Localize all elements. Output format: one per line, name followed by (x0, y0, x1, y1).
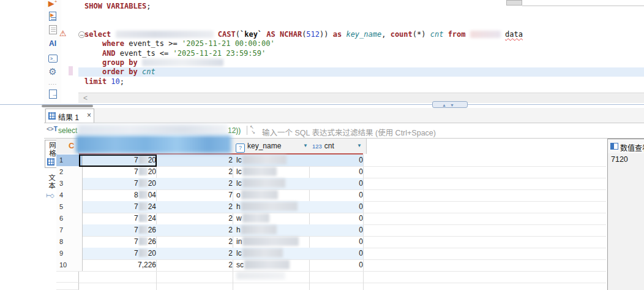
grid-view-icon (47, 158, 54, 166)
cell-key-name[interactable]: w (233, 213, 313, 224)
filter-separator (247, 126, 247, 135)
warning-icon[interactable]: ⚠ (59, 29, 67, 38)
cell-redacted-count[interactable]: 2 (156, 178, 238, 189)
code-line[interactable]: AND event_ts <= '2025-11-21 23:59:59' (84, 49, 644, 58)
code-line[interactable] (84, 21, 644, 30)
redacted-digits (139, 167, 148, 175)
cell-key-name[interactable]: lc (233, 155, 313, 166)
code-line[interactable]: group by (84, 58, 644, 67)
value-viewer-panel[interactable]: 数值查看 7120 (608, 139, 644, 290)
collapse-up-icon[interactable]: ▲ (442, 103, 450, 107)
cell-redacted-count[interactable]: 2 (156, 224, 238, 236)
redacted-header-peek: C (69, 141, 74, 150)
close-icon[interactable]: × (87, 111, 91, 120)
scroll-left-icon[interactable]: < (83, 94, 88, 102)
cell-key-name[interactable]: lc (233, 178, 313, 189)
cell-cnt[interactable]: 0 (309, 224, 367, 236)
header-label: cnt (324, 142, 334, 150)
redacted-digits (139, 191, 148, 199)
code-line[interactable]: select CAST(`key` AS NCHAR(512)) as key_… (84, 30, 644, 39)
scrollbar-thumb[interactable] (42, 105, 93, 107)
cell-redacted-count[interactable]: 2 (156, 236, 238, 248)
cell-redacted-number[interactable]: 720 (79, 248, 161, 259)
cell-cnt[interactable]: 0 (309, 166, 367, 178)
table-row[interactable]: 107,2262sc0 (56, 259, 606, 272)
table-row[interactable]: 27202lc0 (56, 166, 606, 178)
cell-cnt[interactable]: 0 (309, 213, 367, 224)
column-dropdown-icon[interactable]: ▼ (357, 139, 362, 153)
cell-redacted-count[interactable]: 2 (156, 155, 238, 166)
redacted-key-text (242, 237, 299, 246)
table-row[interactable]: 67242w0 (56, 213, 606, 225)
table-row[interactable]: 87262in0 (56, 236, 606, 248)
cell-redacted-count[interactable]: 2 (156, 213, 238, 224)
code-line[interactable]: SHOW VARIABLES; (84, 2, 644, 11)
sash-collapse-buttons[interactable]: ▲▼ (432, 101, 468, 108)
number-type-icon: 123 (312, 143, 322, 150)
cell-cnt[interactable]: 0 (309, 259, 367, 271)
cell-redacted-number[interactable]: 720 (79, 178, 161, 189)
cell-key-name[interactable]: h (233, 224, 313, 236)
cell-key-name[interactable]: h (233, 201, 313, 213)
cell-key-name[interactable]: lc (233, 248, 313, 259)
redacted-key-text (241, 190, 278, 199)
editor-top-border (522, 6, 644, 6)
cell-redacted-number[interactable]: 7,226 (79, 259, 161, 271)
redacted-digits (139, 249, 148, 257)
cell-key-name[interactable]: in (233, 236, 313, 248)
cell-redacted-number[interactable]: 720 (79, 166, 161, 178)
cell-cnt[interactable]: 0 (309, 248, 367, 259)
code-line[interactable]: order by cnt (78, 67, 644, 77)
editor-horizontal-scrollbar[interactable]: < (78, 93, 644, 103)
table-row[interactable]: 48047o0 (56, 189, 606, 202)
redacted-filter-text (78, 124, 228, 135)
fold-collapse-icon[interactable]: – (78, 31, 85, 38)
redacted-key-text (242, 213, 269, 223)
scrollbar-corner (506, 0, 522, 6)
sql-editor[interactable]: ⚠ SHOW VARIABLES;select CAST(`key` AS NC… (0, 0, 644, 104)
cell-value-text[interactable]: 7120 (611, 155, 628, 164)
code-line[interactable]: limit 10; (84, 77, 644, 86)
cell-key-name[interactable]: lc (233, 166, 313, 178)
cell-redacted-count[interactable]: 7 (156, 189, 238, 201)
cell-key-name[interactable]: o (233, 189, 313, 201)
code-line[interactable]: where event_ts >= '2025-11-21 00:00:00' (84, 39, 644, 48)
table-row[interactable]: 57242h0 (56, 201, 606, 213)
table-row[interactable]: 97202lc0 (56, 248, 606, 260)
cell-key-name[interactable]: sc (233, 259, 313, 271)
panel-divider[interactable] (0, 104, 644, 105)
tab-grid-view[interactable]: 网格 (45, 140, 57, 168)
column-dropdown-icon[interactable]: ▼ (303, 139, 308, 153)
cell-cnt[interactable]: 0 (309, 236, 367, 248)
column-header-key-name[interactable]: ?key_name ▼ (233, 139, 313, 154)
code-line[interactable] (84, 11, 644, 20)
expand-filter-icon[interactable]: ↖ ↘ (250, 125, 258, 135)
table-row[interactable]: 77262h0 (56, 224, 606, 237)
redacted-digits (139, 179, 148, 187)
grid-tab-icon (48, 112, 56, 120)
cell-cnt[interactable]: 0 (309, 178, 367, 189)
cell-redacted-number[interactable]: 726 (79, 236, 161, 248)
cell-redacted-count[interactable]: 2 (156, 259, 238, 271)
cell-redacted-number[interactable]: 724 (79, 201, 161, 213)
cell-redacted-number[interactable]: 726 (79, 224, 161, 236)
tab-results-1[interactable]: 结果 1 × (45, 109, 94, 123)
cell-redacted-number[interactable]: 724 (79, 213, 161, 224)
cell-redacted-count[interactable]: 2 (156, 166, 238, 178)
redacted-key-text (241, 202, 298, 211)
empty-row-gutter (56, 271, 79, 283)
cell-redacted-count[interactable]: 2 (156, 248, 238, 259)
collapse-down-icon[interactable]: ▼ (450, 103, 458, 107)
filter-icon: <>T (47, 126, 58, 135)
tab-text-view[interactable]: 文本 ⊢◇ (45, 173, 57, 211)
cell-cnt[interactable]: 0 (309, 201, 367, 213)
redacted-key-text (242, 178, 285, 188)
cell-cnt[interactable]: 0 (309, 189, 367, 201)
cell-redacted-number[interactable]: 804 (79, 189, 161, 201)
cell-cnt[interactable]: 0 (309, 155, 367, 166)
filter-query-text[interactable]: select (58, 126, 77, 135)
cell-redacted-count[interactable]: 2 (156, 201, 238, 213)
table-row[interactable]: 37202lc0 (56, 178, 606, 190)
tab-label: 结果 1 (58, 112, 79, 122)
column-header-cnt[interactable]: 123cnt ▼ (309, 139, 367, 154)
